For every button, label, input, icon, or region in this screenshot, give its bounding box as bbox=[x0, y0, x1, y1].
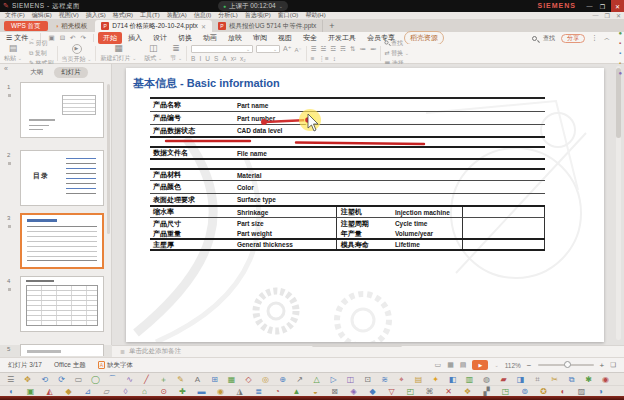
ribbon-tab[interactable]: 审阅 bbox=[248, 32, 272, 44]
drawing-tool-icon[interactable]: ⌒ bbox=[104, 374, 121, 385]
find-label[interactable]: 查找 bbox=[543, 34, 555, 43]
drawing-tool-icon[interactable]: ⧉ bbox=[563, 374, 580, 385]
tab-slides[interactable]: 幻灯片 bbox=[54, 67, 88, 78]
drawing-tool-icon[interactable]: ◎ bbox=[257, 374, 274, 385]
drawing-tool-icon[interactable]: ✂ bbox=[546, 374, 563, 385]
drawing-tool-icon[interactable]: ⌖ bbox=[393, 374, 410, 385]
menu-item[interactable]: 窗口(O) bbox=[278, 11, 299, 20]
font-name-combo[interactable]: ⌄ bbox=[191, 45, 253, 53]
drawing-tool-icon[interactable]: ↗ bbox=[291, 374, 308, 385]
line-spacing-icon[interactable]: ↕ bbox=[333, 55, 336, 63]
menu-item[interactable]: 工具(T) bbox=[140, 11, 160, 20]
drawing-tool-icon[interactable]: ▰ bbox=[495, 374, 512, 385]
text-format-button[interactable]: x₂ bbox=[240, 55, 246, 62]
cut-button[interactable]: ✂ 剪切 bbox=[29, 39, 54, 48]
paragraph-format-button[interactable]: ⇅ bbox=[350, 45, 355, 53]
play-options-caret[interactable]: ⌄ bbox=[494, 362, 498, 368]
text-format-button[interactable]: U bbox=[205, 55, 210, 62]
paragraph-format-button[interactable]: ☱ bbox=[320, 45, 326, 53]
text-format-button[interactable]: B bbox=[191, 55, 195, 62]
play-from-current-button[interactable]: ▶ 当页开始 ⌄ bbox=[58, 44, 96, 63]
text-format-button[interactable]: A bbox=[222, 55, 226, 62]
share-button[interactable]: 分享 bbox=[561, 34, 585, 43]
copy-button[interactable]: ⧉ 复制 bbox=[29, 49, 54, 58]
drawing-tool-icon[interactable]: ⟳ bbox=[53, 374, 70, 385]
drawing-tool-icon[interactable]: ◧ bbox=[444, 374, 461, 385]
drawing-tool-icon[interactable]: ▥ bbox=[461, 374, 478, 385]
side-dock-icon[interactable]: ● bbox=[618, 30, 622, 36]
more-menu-icon[interactable]: ⋮ bbox=[591, 34, 598, 42]
panel-scrollbar[interactable] bbox=[107, 84, 110, 234]
maximize-button[interactable]: ❐ bbox=[596, 0, 609, 12]
menu-item[interactable]: 装配(A) bbox=[167, 11, 187, 20]
close-button[interactable]: ✕ bbox=[611, 0, 624, 12]
session-timer-pill[interactable]: ● 上课于 00:12:04 ⌄ bbox=[218, 1, 288, 11]
drawing-tool-icon[interactable]: ＋ bbox=[155, 374, 172, 385]
notes-splitter-handle[interactable] bbox=[312, 344, 402, 347]
zoom-in-button[interactable]: + bbox=[600, 361, 605, 370]
bullets-icon[interactable]: ≡ bbox=[311, 55, 315, 63]
inner-close-button[interactable]: ✕ bbox=[616, 12, 621, 19]
search-icon[interactable] bbox=[532, 36, 537, 41]
notes-bar[interactable]: ≣ 单击此处添加备注 bbox=[112, 345, 624, 357]
drawing-tool-icon[interactable]: ✎ bbox=[172, 374, 189, 385]
zoom-percentage[interactable]: 112% bbox=[505, 362, 521, 369]
drawing-tool-icon[interactable]: ∿ bbox=[121, 374, 138, 385]
ribbon-tab[interactable]: 插入 bbox=[123, 32, 147, 44]
minimize-button[interactable]: — bbox=[583, 0, 596, 12]
numbering-icon[interactable]: ⋮≡ bbox=[318, 55, 328, 63]
canvas-scrollbar-thumb[interactable] bbox=[616, 68, 621, 138]
font-size-combo[interactable]: ⌄ bbox=[256, 45, 280, 53]
drawing-tool-icon[interactable]: ⌗ bbox=[529, 374, 546, 385]
menu-item[interactable]: 文件(F) bbox=[5, 11, 25, 20]
paste-button[interactable]: ▤ 粘贴 ⌄ bbox=[0, 44, 26, 63]
quick-access-icon[interactable]: ↶ bbox=[70, 34, 75, 42]
replace-button[interactable]: ⇄ 替换 ⌄ bbox=[384, 49, 409, 58]
normal-view-icon[interactable]: ▭ bbox=[435, 361, 442, 369]
zoom-slider-knob[interactable] bbox=[564, 361, 571, 368]
new-tab-button[interactable]: + bbox=[329, 21, 334, 31]
drawing-tool-icon[interactable]: ◨ bbox=[512, 374, 529, 385]
close-tab-icon[interactable]: ✕ bbox=[201, 23, 206, 30]
menu-item[interactable]: 格式(R) bbox=[113, 11, 133, 20]
tab-outline[interactable]: 大纲 bbox=[23, 67, 50, 78]
menu-item[interactable]: 分析(L) bbox=[218, 11, 237, 20]
zoom-slider[interactable] bbox=[538, 364, 594, 366]
inner-restore-button[interactable]: ❐ bbox=[605, 12, 610, 19]
drawing-tool-icon[interactable]: ◫ bbox=[342, 374, 359, 385]
notes-placeholder[interactable]: 单击此处添加备注 bbox=[129, 347, 181, 356]
drawing-tool-icon[interactable]: ⊞ bbox=[206, 374, 223, 385]
paragraph-format-button[interactable]: ☰ bbox=[311, 45, 317, 53]
paragraph-format-button[interactable]: ☴ bbox=[340, 45, 346, 53]
drawing-tool-icon[interactable]: ≋ bbox=[376, 374, 393, 385]
missing-fonts-notice[interactable]: A缺失字体 bbox=[98, 361, 133, 370]
slide-thumbnail-4[interactable] bbox=[20, 276, 104, 332]
template-store-button[interactable]: ◗ 稻壳模板 bbox=[56, 22, 88, 31]
drawing-tool-icon[interactable]: A bbox=[189, 374, 206, 385]
paragraph-format-button[interactable]: ≔ bbox=[359, 45, 366, 53]
drawing-tool-icon[interactable]: ◯ bbox=[87, 374, 104, 385]
side-dock-icon[interactable]: ● bbox=[618, 70, 622, 76]
quick-access-icon[interactable]: ↷ bbox=[81, 34, 86, 42]
drawing-tool-icon[interactable]: ▷ bbox=[325, 374, 342, 385]
side-dock-icon[interactable]: ▪ bbox=[618, 40, 622, 46]
drawing-tool-icon[interactable]: ◇ bbox=[240, 374, 257, 385]
ribbon-tab[interactable]: 开发工具 bbox=[323, 32, 361, 44]
ribbon-tab[interactable]: 放映 bbox=[223, 32, 247, 44]
drawing-tool-icon[interactable]: ◍ bbox=[478, 374, 495, 385]
ribbon-tab[interactable]: 稻壳资源 bbox=[404, 31, 444, 45]
menu-item[interactable]: 编辑(E) bbox=[32, 11, 52, 20]
slide-thumbnail-2[interactable]: 目录 bbox=[20, 150, 104, 206]
fullscreen-icon[interactable]: ❏ bbox=[610, 361, 616, 369]
find-button[interactable]: 查找 bbox=[384, 39, 409, 48]
text-format-button[interactable]: S bbox=[214, 55, 218, 62]
slide-thumbnail-5[interactable] bbox=[20, 344, 104, 356]
menu-item[interactable]: 视图(V) bbox=[59, 11, 79, 20]
slide-canvas[interactable]: 基本信息 - Basic information 产品名称 Part name … bbox=[126, 68, 604, 342]
slide-thumbnail-1[interactable] bbox=[20, 82, 104, 138]
drawing-tool-icon[interactable]: ☰ bbox=[2, 374, 19, 385]
slide-sorter-icon[interactable]: ▦ bbox=[447, 361, 454, 369]
ribbon-tab[interactable]: 动画 bbox=[198, 32, 222, 44]
quick-access-icon[interactable]: ⊟ bbox=[60, 34, 65, 42]
layout-button[interactable]: ◫ 版式 ⌄ bbox=[140, 44, 166, 63]
